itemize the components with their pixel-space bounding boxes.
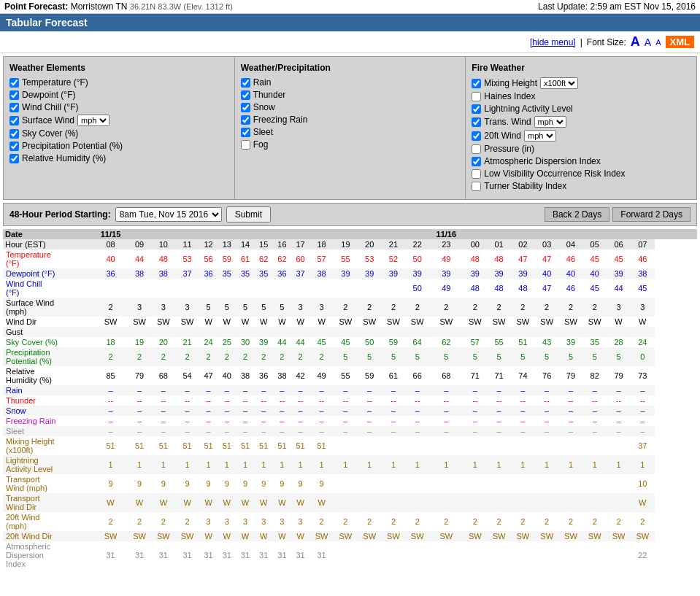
- data-cell: –: [218, 426, 236, 436]
- data-cell: –: [334, 385, 358, 395]
- data-cell: 68: [151, 366, 175, 385]
- data-cell: 79: [128, 366, 152, 385]
- forward-days-button[interactable]: Forward 2 Days: [612, 207, 691, 222]
- data-cell: 51: [273, 436, 291, 455]
- data-cell: --: [405, 395, 429, 406]
- data-cell: 38: [309, 268, 334, 279]
- date-cell: [382, 229, 406, 239]
- data-cell: 48: [151, 249, 175, 268]
- row-label: AtmosphericDispersionIndex: [3, 541, 93, 569]
- data-cell: SW: [151, 317, 175, 327]
- data-cell: SW: [463, 531, 487, 541]
- cb-atm-dispersion-input[interactable]: [472, 157, 481, 166]
- trans-wind-units[interactable]: mphktsm/s: [534, 116, 566, 128]
- data-cell: 57: [309, 249, 334, 268]
- cb-sleet-input[interactable]: [241, 128, 250, 137]
- cb-lightning-input[interactable]: [472, 104, 481, 114]
- cb-temperature-input[interactable]: [9, 78, 19, 88]
- data-cell: 21: [175, 337, 199, 347]
- cb-fog-input[interactable]: [241, 140, 250, 150]
- data-cell: 62: [255, 249, 273, 268]
- data-cell: 47: [535, 279, 559, 298]
- data-cell: 9: [93, 474, 127, 493]
- cb-windchill-input[interactable]: [9, 103, 19, 112]
- hour-cell: 16: [273, 239, 291, 249]
- data-cell: –: [255, 406, 273, 416]
- data-cell: --: [199, 395, 218, 406]
- date-cell: [463, 229, 487, 239]
- hour-cell: 06: [607, 239, 631, 249]
- data-cell: 51: [128, 436, 152, 455]
- data-cell: –: [405, 385, 429, 395]
- row-label: Thunder: [3, 395, 93, 406]
- data-cell: –: [218, 416, 236, 426]
- data-cell: SW: [559, 317, 583, 327]
- cb-mixing-height-input[interactable]: [472, 79, 481, 88]
- cb-precip-potential-input[interactable]: [9, 142, 19, 151]
- data-cell: W: [291, 531, 309, 541]
- hide-menu-link[interactable]: [hide menu]: [530, 37, 576, 47]
- back-days-button[interactable]: Back 2 Days: [545, 207, 609, 222]
- data-cell: SW: [358, 531, 382, 541]
- data-cell: 1: [487, 455, 511, 474]
- data-cell: 40: [582, 268, 607, 279]
- data-cell: --: [93, 395, 127, 406]
- cb-thunder-input[interactable]: [241, 90, 250, 100]
- cb-haines-input[interactable]: [472, 92, 481, 101]
- data-cell: 39: [559, 337, 583, 347]
- checkboxes-area: Weather Elements Temperature (°F) Dewpoi…: [3, 56, 697, 200]
- data-cell: SW: [535, 317, 559, 327]
- font-size-small[interactable]: A: [655, 38, 661, 47]
- data-cell: –: [199, 416, 218, 426]
- row-label: RelativeHumidity (%): [3, 366, 93, 385]
- data-cell: 1: [559, 455, 583, 474]
- data-cell: [429, 474, 463, 493]
- font-size-large[interactable]: A: [631, 34, 640, 50]
- cb-lv-occurrence-input[interactable]: [472, 169, 481, 179]
- data-cell: 61: [236, 249, 254, 268]
- data-cell: 2: [93, 298, 127, 317]
- period-select[interactable]: 8am Tue, Nov 15 2016: [115, 207, 222, 222]
- mixing-height-units[interactable]: x100ftftm: [540, 77, 578, 89]
- data-cell: [487, 474, 511, 493]
- data-cell: –: [93, 416, 127, 426]
- cb-turner-stability-input[interactable]: [472, 182, 481, 191]
- data-cell: SW: [175, 531, 199, 541]
- data-cell: 5: [382, 347, 406, 366]
- data-cell: 42: [291, 366, 309, 385]
- table-row: TransportWind (mph)9999999999910: [3, 474, 697, 493]
- data-cell: 3: [255, 512, 273, 531]
- cb-relative-humidity-input[interactable]: [9, 154, 19, 163]
- date-cell: [273, 229, 291, 239]
- submit-button[interactable]: Submit: [226, 206, 271, 222]
- data-cell: W: [218, 493, 236, 512]
- data-cell: W: [255, 493, 273, 512]
- cb-surface-wind-input[interactable]: [9, 116, 19, 125]
- cb-dewpoint-input[interactable]: [9, 90, 19, 100]
- font-size-med[interactable]: A: [645, 36, 651, 48]
- data-cell: [463, 541, 487, 569]
- 20ft-wind-units[interactable]: mphktsm/s: [524, 130, 556, 142]
- data-cell: 74: [511, 366, 535, 385]
- data-cell: SW: [559, 531, 583, 541]
- nav-buttons: Back 2 Days Forward 2 Days: [545, 207, 691, 222]
- data-cell: [93, 279, 127, 298]
- cb-pressure-input[interactable]: [472, 144, 481, 154]
- surface-wind-units[interactable]: mphktsm/s: [77, 115, 109, 126]
- data-cell: [291, 279, 309, 298]
- cb-20ft-wind-input[interactable]: [472, 131, 481, 141]
- cb-trans-wind-input[interactable]: [472, 117, 481, 127]
- data-cell: 2: [175, 512, 199, 531]
- cb-freezing-rain-input[interactable]: [241, 115, 250, 125]
- cb-rain-input[interactable]: [241, 78, 250, 88]
- data-cell: 47: [511, 249, 535, 268]
- data-cell: [511, 474, 535, 493]
- data-cell: 2: [358, 512, 382, 531]
- data-cell: 1: [255, 455, 273, 474]
- data-cell: W: [309, 493, 334, 512]
- row-label: Sky Cover (%): [3, 337, 93, 347]
- cb-snow-input[interactable]: [241, 103, 250, 112]
- cb-sky-cover-input[interactable]: [9, 129, 19, 139]
- data-cell: 59: [218, 249, 236, 268]
- xml-button[interactable]: XML: [666, 36, 694, 48]
